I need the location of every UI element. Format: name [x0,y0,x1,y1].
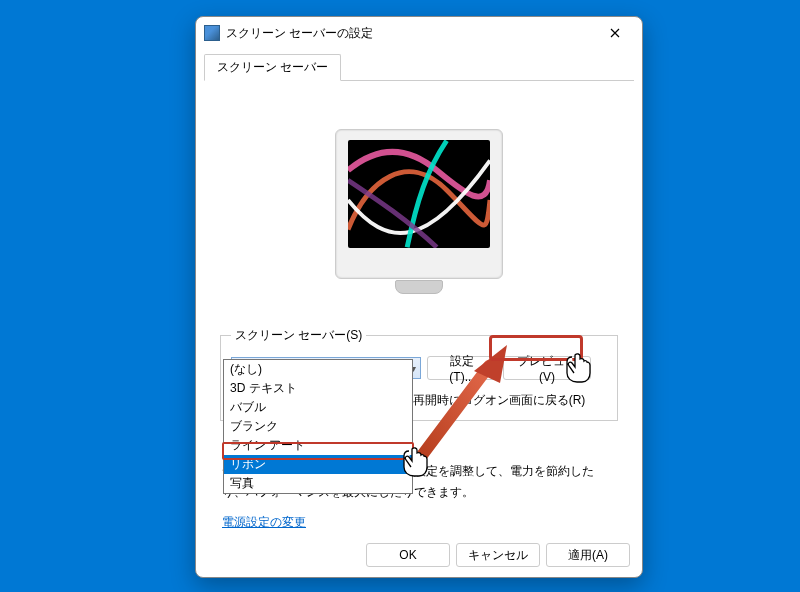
monitor-screen [348,140,490,248]
option-lineart[interactable]: ライン アート [224,436,412,455]
apply-button[interactable]: 適用(A) [546,543,630,567]
screensaver-dropdown-list[interactable]: (なし) 3D テキスト バブル ブランク ライン アート リボン 写真 [223,359,413,494]
app-icon [204,25,220,41]
resume-text: 再開時にログオン画面に戻る(R) [413,392,586,409]
cancel-button[interactable]: キャンセル [456,543,540,567]
monitor-frame [335,129,503,279]
option-ribbon[interactable]: リボン [224,455,412,474]
screensaver-group-legend: スクリーン セーバー(S) [231,327,366,344]
option-bubbles[interactable]: バブル [224,398,412,417]
tabstrip: スクリーン セーバー [196,49,642,80]
resume-checkbox-label[interactable]: 再開時にログオン画面に戻る(R) [396,392,586,409]
tab-screensaver[interactable]: スクリーン セーバー [204,54,341,81]
preview-button[interactable]: プレビュー(V) [503,356,591,380]
tab-panel: スクリーン セーバー(S) リボン ▾ 設定(T)... プレビュー(V) 待ち… [204,80,634,520]
titlebar: スクリーン セーバーの設定 [196,17,642,49]
power-settings-link[interactable]: 電源設定の変更 [222,515,306,529]
monitor-stand [395,280,443,294]
ribbons-preview-icon [348,140,490,248]
option-blank[interactable]: ブランク [224,417,412,436]
preview-area [212,89,626,279]
settings-button[interactable]: 設定(T)... [427,356,497,380]
option-none[interactable]: (なし) [224,360,412,379]
close-icon [610,28,620,38]
close-button[interactable] [592,18,638,48]
option-3dtext[interactable]: 3D テキスト [224,379,412,398]
window-title: スクリーン セーバーの設定 [226,25,592,42]
option-photos[interactable]: 写真 [224,474,412,493]
ok-button[interactable]: OK [366,543,450,567]
dialog-buttons: OK キャンセル 適用(A) [366,543,630,567]
screensaver-settings-window: スクリーン セーバーの設定 スクリーン セーバー [195,16,643,578]
